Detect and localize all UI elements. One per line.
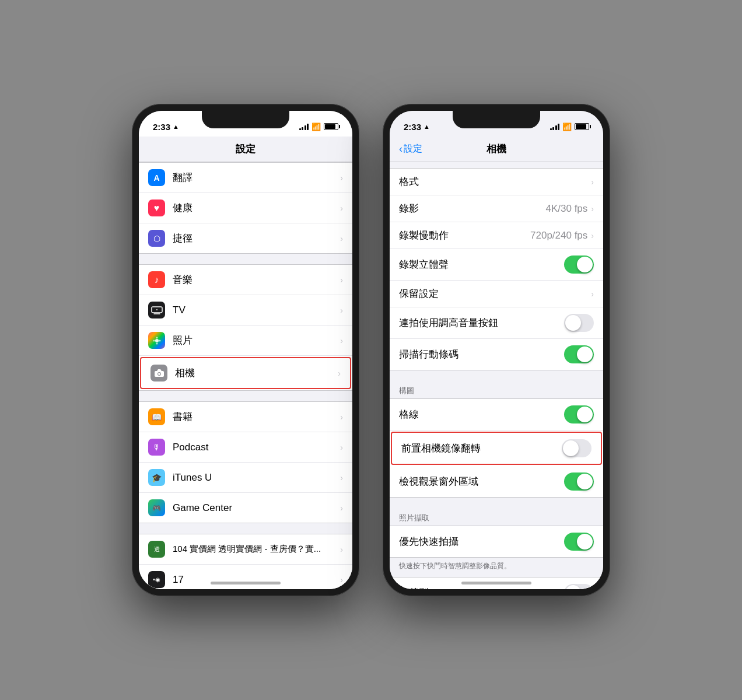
health-label: 健康 (173, 201, 340, 215)
section-1: A 翻譯 › ♥ 健康 › ⬡ 捷徑 › (139, 162, 352, 254)
signal-icon-1 (299, 123, 309, 130)
list-item-104[interactable]: 透 104 實價網 透明實價網 - 查房價？實... › (139, 534, 352, 565)
list-item-podcast[interactable]: 🎙 Podcast › (139, 432, 352, 463)
svg-point-6 (159, 340, 160, 341)
location-icon-1: ▲ (173, 123, 179, 130)
camera-icon (150, 365, 167, 382)
record-value: 4K/30 fps (546, 203, 588, 215)
nav-bar-1: 設定 (139, 136, 352, 162)
wifi-icon-2: 📶 (562, 123, 572, 131)
status-icons-1: 📶 (299, 123, 339, 131)
list-item-camera[interactable]: 相機 › (140, 357, 351, 389)
qrcode-toggle[interactable] (564, 345, 594, 363)
camera-settings-list: 格式 › 錄影 4K/30 fps › 錄製慢動作 720p/240 fps › (390, 162, 603, 589)
back-button[interactable]: ‹ 設定 (399, 143, 422, 155)
svg-point-2 (155, 339, 159, 342)
list-item-shortcuts[interactable]: ⬡ 捷徑 › (139, 223, 352, 253)
gamecenter-icon: 🎮 (148, 499, 165, 516)
priority-note: 快速按下快門時智慧調整影像品質。 (390, 558, 603, 577)
camera-section-capture: 照片擷取 優先快速拍攝 (390, 508, 603, 558)
list-item-grid: 格線 (390, 399, 603, 430)
battery-icon-1 (324, 123, 338, 130)
itunes-label: iTunes U (173, 472, 340, 484)
chevron-icon: › (340, 336, 343, 345)
list-item-photos[interactable]: 照片 › (139, 326, 352, 356)
notch-2 (453, 111, 540, 128)
signal-icon-2 (550, 123, 560, 130)
stereo-toggle[interactable] (564, 256, 594, 274)
chevron-icon: › (340, 412, 343, 422)
list-item-books[interactable]: 📖 書籍 › (139, 402, 352, 432)
svg-point-9 (158, 373, 160, 375)
notch (202, 111, 289, 128)
time-1: 2:33 (153, 122, 170, 132)
list-item-translate[interactable]: A 翻譯 › (139, 163, 352, 193)
location-icon-2: ▲ (424, 123, 430, 130)
chevron-back-icon: ‹ (399, 143, 402, 155)
chevron-icon: › (340, 575, 343, 584)
list-item-tv[interactable]: TV › (139, 295, 352, 326)
tv-icon (148, 302, 165, 318)
list-item-health[interactable]: ♥ 健康 › (139, 193, 352, 223)
chevron-icon: › (338, 369, 341, 378)
chevron-icon: › (340, 443, 343, 452)
shortcuts-icon: ⬡ (148, 230, 165, 247)
camera-list-group-composition: 格線 前置相機鏡像翻轉 (390, 398, 603, 498)
page-title-2: 相機 (487, 142, 506, 156)
grid-label: 格線 (399, 408, 564, 421)
slowmo-label: 錄製慢動作 (399, 229, 530, 242)
capture-section-label: 照片擷取 (390, 508, 603, 526)
music-label: 音樂 (173, 273, 340, 286)
section-4: 透 104 實價網 透明實價網 - 查房價？實... › •◉ 17 › 591… (139, 534, 352, 589)
chevron-icon: › (591, 289, 594, 299)
chevron-icon: › (591, 177, 594, 187)
svg-point-5 (153, 340, 155, 341)
podcast-label: Podcast (173, 442, 340, 453)
list-item-preserve[interactable]: 保留設定 › (390, 281, 603, 307)
list-item-format[interactable]: 格式 › (390, 169, 603, 195)
section-3: 📖 書籍 › 🎙 Podcast › 🎓 iTunes U › (139, 401, 352, 523)
podcast-icon: 🎙 (148, 439, 165, 456)
list-group-4: 透 104 實價網 透明實價網 - 查房價？實... › •◉ 17 › 591… (139, 534, 352, 589)
grid-toggle[interactable] (564, 405, 594, 424)
slowmo-value: 720p/240 fps (530, 230, 587, 242)
gamecenter-label: Game Center (173, 502, 340, 514)
list-item-slowmo[interactable]: 錄製慢動作 720p/240 fps › (390, 222, 603, 249)
shortcuts-label: 捷徑 (173, 232, 340, 245)
list-item-mirror: 前置相機鏡像翻轉 (391, 432, 602, 465)
list-group-2: ♪ 音樂 › TV (139, 264, 352, 391)
burst-toggle[interactable] (564, 314, 594, 332)
list-item-record[interactable]: 錄影 4K/30 fps › (390, 195, 603, 222)
app-17-icon: •◉ (148, 571, 165, 588)
chevron-icon: › (340, 204, 343, 213)
list-item-itunes[interactable]: 🎓 iTunes U › (139, 463, 352, 493)
chevron-icon: › (340, 473, 343, 482)
app-104-icon: 透 (148, 541, 165, 558)
record-label: 錄影 (399, 202, 546, 215)
home-indicator-2 (461, 582, 531, 584)
chevron-icon: › (340, 275, 343, 285)
list-group-3: 📖 書籍 › 🎙 Podcast › 🎓 iTunes U › (139, 401, 352, 523)
tv-label: TV (173, 304, 340, 316)
mirror-toggle[interactable] (562, 439, 592, 457)
list-item-17[interactable]: •◉ 17 › (139, 565, 352, 589)
list-item-gamecenter[interactable]: 🎮 Game Center › (139, 493, 352, 523)
battery-icon-2 (575, 123, 589, 130)
phone-2: 2:33 ▲ 📶 ‹ 設定 (383, 104, 610, 596)
outside-toggle[interactable] (564, 473, 594, 491)
health-icon: ♥ (148, 200, 165, 216)
chevron-icon: › (340, 545, 343, 554)
back-label: 設定 (404, 143, 422, 155)
priority-toggle[interactable] (564, 533, 594, 551)
camera-section-composition: 構圖 格線 前置相機鏡像翻轉 (390, 381, 603, 498)
chevron-icon: › (340, 306, 343, 315)
home-indicator-1 (211, 582, 281, 584)
chevron-icon: › (340, 234, 343, 243)
camera-list-group-1: 格式 › 錄影 4K/30 fps › 錄製慢動作 720p/240 fps › (390, 168, 603, 370)
itunes-icon: 🎓 (148, 469, 165, 486)
stereo-label: 錄製立體聲 (399, 258, 564, 271)
time-2: 2:33 (404, 122, 421, 132)
settings-list-1: A 翻譯 › ♥ 健康 › ⬡ 捷徑 › (139, 162, 352, 589)
hdr-toggle[interactable] (564, 584, 594, 589)
list-item-music[interactable]: ♪ 音樂 › (139, 265, 352, 295)
